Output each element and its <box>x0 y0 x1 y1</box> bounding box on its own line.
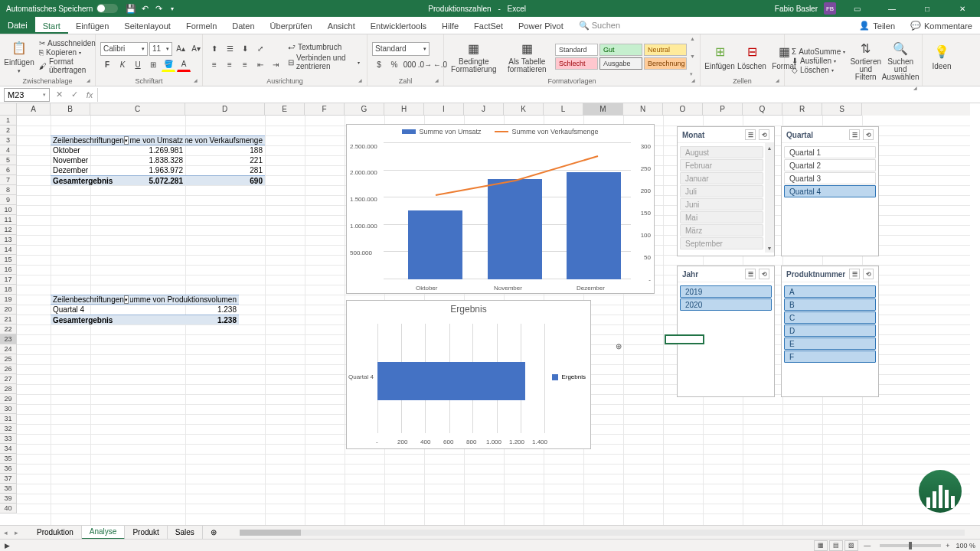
slicer-item[interactable]: 2019 <box>680 285 772 298</box>
slicer-item[interactable]: August <box>680 146 763 158</box>
bold-button[interactable]: F <box>100 58 114 72</box>
align-middle-icon[interactable]: ☰ <box>223 42 237 56</box>
ribbon-display-icon[interactable]: ▭ <box>842 0 871 17</box>
name-box[interactable]: M23▾ <box>4 88 50 102</box>
align-right-icon[interactable]: ≡ <box>238 58 252 72</box>
col-Q[interactable]: Q <box>743 103 782 116</box>
tab-einfuegen[interactable]: Einfügen <box>68 18 116 34</box>
col-M[interactable]: M <box>583 103 623 116</box>
row-38[interactable]: 38 <box>0 484 17 494</box>
row-25[interactable]: 25 <box>0 354 17 364</box>
row-15[interactable]: 15 <box>0 255 17 265</box>
sheet-tab[interactable]: Sales <box>168 526 203 540</box>
slicer-item[interactable]: März <box>680 224 763 236</box>
slicer-clear-icon[interactable]: ⟲ <box>759 269 769 279</box>
redo-icon[interactable]: ↷ <box>152 2 165 15</box>
fill-color-button[interactable]: 🪣 <box>162 58 175 72</box>
slicer-scroll-down[interactable]: ▼ <box>765 243 774 253</box>
col-L[interactable]: L <box>544 103 583 116</box>
font-size-select[interactable]: 11▾ <box>149 42 172 56</box>
horizontal-scrollbar[interactable] <box>240 528 965 537</box>
row-39[interactable]: 39 <box>0 494 17 504</box>
sheet-nav-prev[interactable]: ▸ <box>11 529 21 536</box>
clear-button[interactable]: ◇ Löschen ▾ <box>789 66 848 74</box>
slicer-item[interactable]: A <box>784 285 876 298</box>
row-14[interactable]: 14 <box>0 245 17 255</box>
slicer-scroll-up[interactable]: ▲ <box>765 143 774 152</box>
align-center-icon[interactable]: ≡ <box>223 58 237 72</box>
col-H[interactable]: H <box>384 103 424 116</box>
col-I[interactable]: I <box>424 103 464 116</box>
slicer-item[interactable]: Quartal 4 <box>784 185 876 197</box>
style-neutral[interactable]: Neutral <box>644 44 687 56</box>
format-as-table-button[interactable]: ▦Als Tabelle formatieren <box>502 36 552 77</box>
tab-start[interactable]: Start <box>35 18 68 34</box>
style-gut[interactable]: Gut <box>599 44 642 56</box>
slicer-multiselect-icon[interactable]: ☰ <box>849 129 860 140</box>
style-schlecht[interactable]: Schlecht <box>555 57 598 70</box>
slicer-monat[interactable]: Monat☰⟲ August Februar Januar Juli Juni … <box>677 126 775 256</box>
row-3[interactable]: 3 <box>0 135 17 145</box>
increase-decimal-icon[interactable]: .0→ <box>418 58 432 72</box>
tab-factset[interactable]: FactSet <box>466 18 511 34</box>
style-berechnung[interactable]: Berechnung <box>644 57 687 70</box>
style-standard[interactable]: Standard <box>555 44 598 56</box>
row-17[interactable]: 17 <box>0 275 17 285</box>
row-32[interactable]: 32 <box>0 424 17 434</box>
record-macro-icon[interactable]: ▶ <box>5 542 10 549</box>
sort-filter-button[interactable]: ⇅Sortieren und Filtern <box>851 36 880 85</box>
sheet-nav-first[interactable]: ◂ <box>0 529 11 536</box>
row-10[interactable]: 10 <box>0 205 17 215</box>
font-name-select[interactable]: Calibri▾ <box>100 42 148 56</box>
search-box[interactable]: 🔍 Suchen <box>571 18 628 34</box>
tab-powerpivot[interactable]: Power Pivot <box>511 18 571 34</box>
tab-formeln[interactable]: Formeln <box>178 18 224 34</box>
col-B[interactable]: B <box>51 103 90 116</box>
fill-button[interactable]: ⬇ Ausfüllen ▾ <box>789 57 848 65</box>
col-N[interactable]: N <box>623 103 663 116</box>
conditional-formatting-button[interactable]: ▦Bedingte Formatierung <box>449 36 499 77</box>
row-1[interactable]: 1 <box>0 116 17 126</box>
tab-file[interactable]: Datei <box>0 16 35 34</box>
row-29[interactable]: 29 <box>0 394 17 404</box>
pivot1-filter-icon[interactable]: ▾ <box>124 136 129 145</box>
ideas-button[interactable]: 💡Ideen <box>927 36 956 77</box>
slicer-multiselect-icon[interactable]: ☰ <box>745 129 756 140</box>
styles-scroll-up[interactable]: ▲ <box>690 36 695 41</box>
slicer-multiselect-icon[interactable]: ☰ <box>849 269 860 279</box>
row-24[interactable]: 24 <box>0 344 17 354</box>
indent-decrease-icon[interactable]: ⇤ <box>253 58 267 72</box>
col-A[interactable]: A <box>17 103 51 116</box>
slicer-item[interactable]: Quartal 2 <box>784 159 876 171</box>
pivot2-filter-icon[interactable]: ▾ <box>124 295 129 304</box>
zoom-level[interactable]: 100 % <box>956 542 975 549</box>
slicer-item[interactable]: F <box>784 350 876 363</box>
row-2[interactable]: 2 <box>0 126 17 135</box>
slicer-item[interactable]: Februar <box>680 159 763 171</box>
format-painter-button[interactable]: 🖌 Format übertragen <box>37 57 98 74</box>
row-18[interactable]: 18 <box>0 285 17 295</box>
align-bottom-icon[interactable]: ⬇ <box>238 42 252 56</box>
enter-formula-icon[interactable]: ✓ <box>67 87 82 103</box>
orientation-icon[interactable]: ⤢ <box>253 42 267 56</box>
col-F[interactable]: F <box>305 103 345 116</box>
row-36[interactable]: 36 <box>0 464 17 474</box>
tab-seitenlayout[interactable]: Seitenlayout <box>116 18 178 34</box>
slicer-item[interactable]: D <box>784 324 876 337</box>
maximize-button[interactable]: □ <box>913 0 942 17</box>
wrap-text-button[interactable]: ⮐ Textumbruch <box>286 43 362 51</box>
slicer-item[interactable]: 2020 <box>680 298 772 311</box>
slicer-jahr[interactable]: Jahr☰⟲ 2019 2020 <box>677 266 775 397</box>
col-K[interactable]: K <box>504 103 544 116</box>
row-12[interactable]: 12 <box>0 225 17 235</box>
find-select-button[interactable]: 🔍Suchen und Auswählen <box>884 36 917 85</box>
view-page-layout-icon[interactable]: ▤ <box>829 540 843 551</box>
col-R[interactable]: R <box>782 103 822 116</box>
indent-increase-icon[interactable]: ⇥ <box>269 58 283 72</box>
row-7[interactable]: 7 <box>0 175 17 185</box>
slicer-item[interactable]: Quartal 1 <box>784 146 876 158</box>
save-icon[interactable]: 💾 <box>124 2 138 15</box>
slicer-item[interactable]: C <box>784 311 876 324</box>
row-34[interactable]: 34 <box>0 444 17 454</box>
fx-icon[interactable]: fx <box>82 87 97 103</box>
